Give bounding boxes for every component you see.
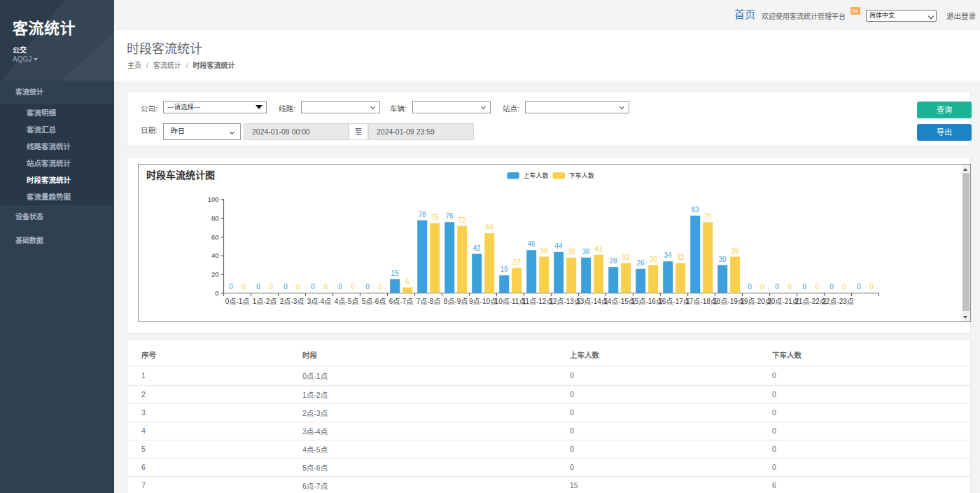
svg-text:3点-4点: 3点-4点 [307, 298, 331, 305]
svg-text:下车人数: 下车人数 [569, 172, 594, 179]
svg-text:19: 19 [500, 265, 508, 273]
svg-text:100: 100 [208, 195, 219, 203]
svg-text:0: 0 [311, 283, 315, 291]
svg-text:0: 0 [284, 283, 288, 291]
svg-text:15: 15 [391, 270, 399, 277]
svg-text:0: 0 [215, 289, 218, 297]
svg-text:7点-8点: 7点-8点 [416, 298, 440, 305]
svg-text:0: 0 [857, 283, 861, 291]
svg-text:0: 0 [269, 283, 273, 291]
svg-text:0点-1点: 0点-1点 [225, 298, 249, 305]
svg-text:4点-5点: 4点-5点 [335, 298, 358, 305]
svg-text:0: 0 [241, 283, 246, 291]
svg-text:0: 0 [256, 283, 260, 291]
svg-text:42: 42 [472, 244, 481, 252]
svg-text:80: 80 [211, 214, 219, 222]
svg-text:上车人数: 上车人数 [523, 172, 548, 179]
svg-text:38: 38 [567, 248, 575, 256]
svg-text:20: 20 [211, 270, 219, 278]
svg-text:2点-3点: 2点-3点 [280, 298, 304, 305]
svg-text:0: 0 [830, 283, 834, 291]
svg-text:44: 44 [554, 242, 563, 250]
svg-text:76: 76 [704, 212, 712, 220]
svg-text:30: 30 [649, 256, 657, 263]
svg-text:0: 0 [229, 283, 233, 291]
svg-text:38: 38 [582, 248, 590, 256]
svg-text:0: 0 [296, 283, 300, 291]
svg-text:60: 60 [211, 233, 219, 241]
svg-text:39: 39 [731, 247, 739, 255]
svg-text:78: 78 [418, 211, 426, 218]
svg-text:6点-7点: 6点-7点 [389, 298, 413, 305]
svg-text:5点-6点: 5点-6点 [362, 298, 386, 305]
svg-text:40: 40 [211, 251, 219, 259]
svg-text:0: 0 [802, 283, 806, 291]
svg-text:27: 27 [512, 258, 521, 266]
svg-text:39: 39 [540, 247, 548, 255]
svg-text:0: 0 [323, 283, 328, 291]
svg-text:0: 0 [842, 283, 846, 291]
svg-text:26: 26 [636, 259, 645, 267]
svg-text:22点-23点: 22点-23点 [822, 298, 854, 305]
svg-text:64: 64 [485, 223, 493, 231]
svg-text:83: 83 [691, 206, 699, 214]
svg-text:41: 41 [594, 245, 603, 253]
svg-text:0: 0 [775, 283, 779, 291]
svg-text:6: 6 [405, 278, 410, 286]
svg-text:72: 72 [458, 216, 466, 224]
svg-text:0: 0 [760, 283, 764, 291]
svg-text:时段车流统计图: 时段车流统计图 [146, 169, 215, 181]
svg-text:34: 34 [664, 251, 672, 259]
svg-text:0: 0 [378, 283, 382, 291]
svg-text:46: 46 [527, 240, 536, 248]
svg-text:0: 0 [338, 283, 342, 291]
svg-text:28: 28 [609, 257, 617, 265]
svg-text:0: 0 [815, 283, 819, 291]
svg-text:0: 0 [788, 283, 792, 291]
svg-text:8点-9点: 8点-9点 [444, 298, 468, 305]
svg-text:0: 0 [748, 283, 752, 291]
svg-text:76: 76 [445, 212, 454, 220]
svg-text:0: 0 [365, 283, 370, 291]
svg-text:32: 32 [676, 254, 685, 261]
svg-text:75: 75 [430, 214, 439, 221]
svg-text:30: 30 [718, 256, 727, 263]
svg-text:0: 0 [351, 283, 355, 291]
svg-text:9点-10点: 9点-10点 [469, 298, 497, 305]
svg-text:1点-2点: 1点-2点 [253, 298, 276, 305]
svg-text:0: 0 [869, 283, 874, 291]
svg-text:32: 32 [622, 254, 630, 261]
